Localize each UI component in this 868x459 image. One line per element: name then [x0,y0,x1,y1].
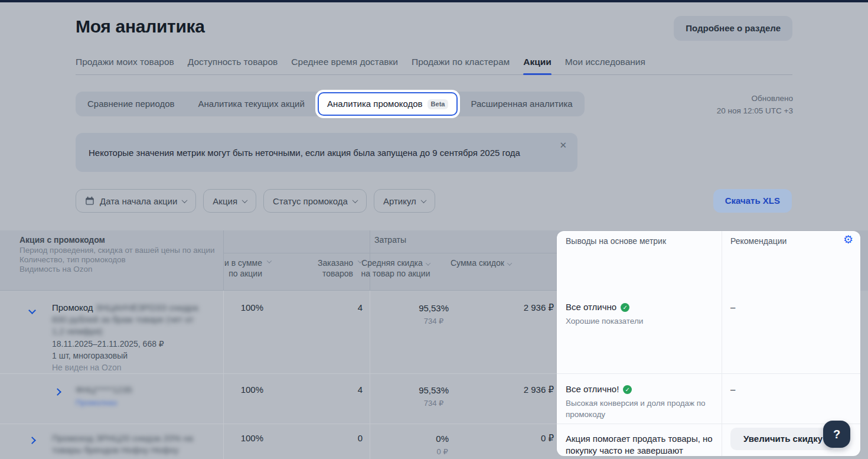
column-header-avg-discount[interactable]: Средняя скидка на товар по акции [354,258,437,279]
recommendation-row-1: – [730,302,735,312]
subtab-advanced-analytics[interactable]: Расширенная аналитика [459,92,584,116]
promo-column-title: Акция с промокодом [19,235,215,245]
check-circle-icon: ✓ [623,385,632,394]
panel-row-divider [557,424,860,424]
column-divider [370,291,370,459]
cell-share: 100% [165,302,263,312]
page-title: Моя аналитика [76,17,205,37]
increase-discount-button[interactable]: Увеличить скидку [730,428,836,450]
conclusion-row-3: Акция помогает продать товары, но покупк… [566,433,718,457]
subtab-promocodes-label: Аналитика промокодов [327,98,423,110]
conclusions-header: Выводы на основе метрик [566,236,666,246]
panel-column-divider [722,231,722,456]
filter-action[interactable]: Акция [203,189,256,213]
updated-timestamp: Обновлено 20 ноя 12:05 UTC +3 [717,92,793,117]
filter-label: Акция [213,196,237,206]
cell-discount-sum: 2 936 ₽ [465,385,554,395]
header-bottom-divider [0,290,557,291]
subtab-period-comparison[interactable]: Сравнение периодов [76,92,187,116]
column-header-label: и в сумме [165,258,262,268]
promo-column-sub: Период проведения, скидка от вашей цены … [19,246,215,255]
cell-avg-discount: 95,53% 734 ₽ [419,385,449,409]
tab-sales-by-clusters[interactable]: Продажи по кластерам [412,57,510,67]
cell-discount-sum: 2 936 ₽ [465,302,554,313]
conclusion-row-1-sub: Хорошие показатели [566,315,713,327]
updated-datetime: 20 ноя 12:05 UTC +3 [717,105,793,117]
beta-badge: Beta [428,99,449,109]
promo-period: 18.11.2025–21.11.2025, 668 ₽ [52,338,204,350]
recommendations-header: Рекомендации [730,236,787,246]
check-circle-icon: ✓ [621,303,629,312]
filter-label: Дата начала акции [100,196,177,206]
chevron-down-icon [242,197,248,203]
expand-row-icon[interactable] [54,388,61,396]
cell-avg-discount: 95,53% 734 ₽ [419,302,449,327]
warning-banner: Некоторые значения метрик могут быть нет… [76,133,577,172]
collapse-row-icon[interactable] [28,307,36,314]
subtab-promocodes-analytics[interactable]: Аналитика промокодов Beta [318,92,458,116]
calendar-icon [85,196,94,206]
updated-label: Обновлено [717,92,793,105]
filter-label: Статус промокода [273,196,348,206]
help-button[interactable]: ? [823,421,850,448]
promo-row-1-info: Промокод ЗНЦАНЧЕЗРОЗЗ снидра 830 рублей … [52,302,204,373]
tab-my-research[interactable]: Мои исследования [565,57,645,67]
tab-my-products-sales[interactable]: Продажи моих товаров [76,57,174,67]
promo-visibility: Не виден на Ozon [52,362,204,373]
sort-chevron-icon [426,261,430,265]
about-section-button[interactable]: Подробнее о разделе [674,16,792,41]
tab-promotions[interactable]: Акции [523,57,552,67]
cell-ordered: 0 [274,433,363,443]
close-icon[interactable]: ✕ [559,140,567,151]
column-header-label: Заказано [274,258,353,268]
cell-share: 100% [165,385,263,395]
recommendation-row-2: – [730,384,735,394]
conclusions-panel: Выводы на основе метрик Рекомендации ⚙ В… [557,231,860,456]
column-header-label: на товар по акции [354,268,437,279]
cell-ordered: 4 [274,385,363,395]
column-header-label: по акции [165,268,262,279]
subtab-current-promos[interactable]: Аналитика текущих акций [187,92,316,116]
conclusion-row-1: Все отлично✓ [566,302,629,312]
cell-discount-sum: 0 ₽ [465,433,554,444]
blurred-promocode-link[interactable]: Промолназ [76,398,117,407]
cell-avg-discount-sub: 734 ₽ [419,315,449,327]
conclusion-row-2-sub: Высокая конверсия и доля продаж по промо… [566,398,713,420]
promo-subtabs: Сравнение периодов Аналитика текущих акц… [76,92,585,116]
cell-avg-discount-sub: 734 ₽ [419,398,449,409]
column-header-label: Сумма скидок [451,258,504,268]
download-xls-button[interactable]: Скачать XLS [713,189,792,213]
chevron-down-icon [420,197,426,203]
row-divider [0,373,557,374]
tab-products-availability[interactable]: Доступность товаров [188,57,278,67]
filter-promo-status[interactable]: Статус промокода [263,189,367,213]
cell-ordered: 4 [274,302,363,312]
panel-row-divider [557,373,860,374]
expand-row-icon[interactable] [28,437,36,444]
gear-icon[interactable]: ⚙ [843,233,853,246]
filter-article[interactable]: Артикул [374,189,435,213]
chevron-down-icon [182,197,188,203]
chevron-down-icon [352,197,358,203]
group-header-costs: Затраты [374,235,406,245]
warning-banner-text: Некоторые значения метрик могут быть нет… [89,148,520,158]
promo-type: 1 шт, многоразовый [52,350,204,362]
row-divider [0,424,557,424]
cell-avg-discount: 0% 0 ₽ [436,433,449,458]
main-tabs: Продажи моих товаров Доступность товаров… [76,57,792,75]
tab-avg-delivery-time[interactable]: Среднее время доставки [291,57,398,67]
conclusion-row-2: Все отлично!✓ [566,384,632,394]
column-header-ordered[interactable]: Заказано товаров [274,258,363,279]
cell-share: 100% [165,433,263,443]
filter-promo-start-date[interactable]: Дата начала акции [76,189,196,213]
column-header-share[interactable]: и в сумме по акции [165,258,272,279]
column-header-discount-sum[interactable]: Сумма скидок [451,258,511,268]
filter-label: Артикул [383,196,416,206]
cell-avg-discount-sub: 0 ₽ [436,446,449,458]
page: Моя аналитика Подробнее о разделе Продаж… [0,0,868,459]
browser-edge-strip [0,0,868,2]
sort-chevron-icon [267,258,272,263]
column-header-label: товаров [274,268,353,279]
blurred-promocode: ФНЦ*****1235 [76,385,132,395]
column-header-label: Средняя скидка [354,258,437,268]
